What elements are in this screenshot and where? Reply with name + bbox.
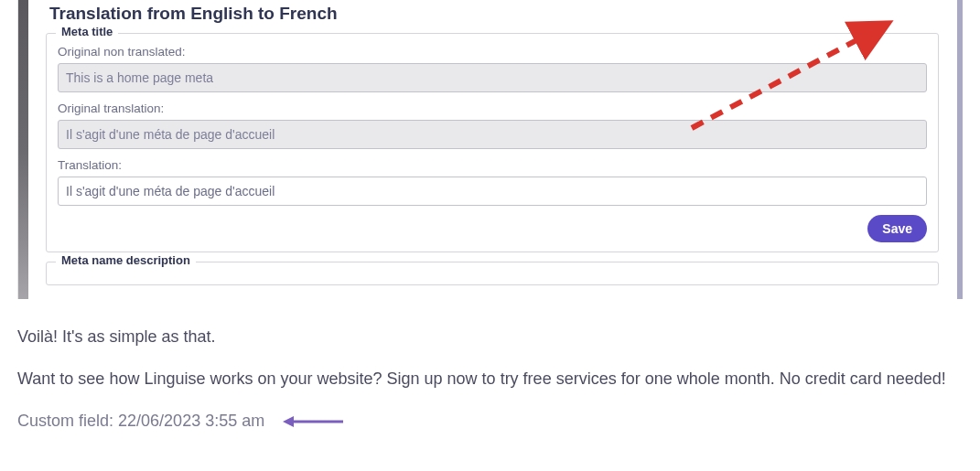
article-line-2: Want to see how Linguise works on your w…: [17, 367, 963, 392]
meta-name-description-legend: Meta name description: [56, 253, 196, 267]
custom-field-value: 22/06/2023 3:55 am: [118, 412, 264, 430]
translation-label: Translation:: [58, 158, 927, 172]
original-non-translated-label: Original non translated:: [58, 45, 927, 59]
translation-group: Translation:: [58, 158, 927, 206]
article-body: Voilà! It's as simple as that. Want to s…: [0, 325, 980, 434]
original-non-translated-group: Original non translated:: [58, 45, 927, 92]
translation-input[interactable]: [58, 177, 927, 206]
page-title: Translation from English to French: [49, 4, 939, 24]
meta-name-description-fieldset: Meta name description: [46, 262, 939, 285]
window-edge-strip: [18, 0, 28, 299]
original-translation-group: Original translation:: [58, 102, 927, 149]
custom-field-label: Custom field:: [17, 412, 113, 430]
save-row: Save: [58, 215, 927, 242]
original-translation-input: [58, 120, 927, 149]
purple-arrow-icon: [281, 415, 345, 428]
custom-field-row: Custom field: 22/06/2023 3:55 am: [17, 409, 963, 434]
original-non-translated-input: [58, 63, 927, 92]
meta-title-legend: Meta title: [56, 25, 118, 38]
translation-editor-screenshot: Translation from English to French Meta …: [17, 0, 963, 299]
article-line-1: Voilà! It's as simple as that.: [17, 325, 963, 350]
original-translation-label: Original translation:: [58, 102, 927, 115]
meta-title-fieldset: Meta title Original non translated: Orig…: [46, 33, 939, 252]
translation-panel: Translation from English to French Meta …: [46, 0, 939, 285]
save-button[interactable]: Save: [867, 215, 927, 242]
